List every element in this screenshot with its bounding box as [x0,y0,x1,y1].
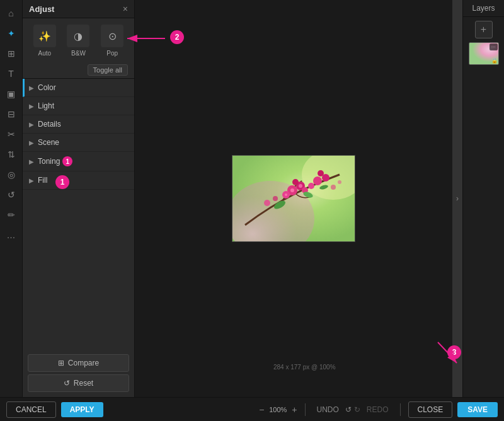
more-icon[interactable]: … [3,227,20,243]
zoom-in-icon[interactable]: + [292,405,297,415]
action-buttons: ⊞ Compare ↺ Reset [23,349,134,397]
toggle-all-row: Toggle all [23,62,134,79]
home-icon[interactable]: ⌂ [3,5,20,21]
svg-point-8 [290,188,294,192]
zoom-area: − 100% + [259,405,297,415]
sections-list: ▶ Color ▶ Light ▶ Details ▶ Scene ▶ Toni… [23,79,134,349]
section-details-label: Details [38,120,61,129]
chevron-light-icon: ▶ [29,103,34,110]
reset-button[interactable]: ↺ Reset [28,374,129,392]
zoom-out-icon[interactable]: − [259,405,264,415]
toggle-all-button[interactable]: Toggle all [88,64,128,76]
svg-point-10 [285,193,287,196]
zoom-value: 100% [266,406,289,413]
preset-pop-label: Pop [106,50,118,57]
save-button[interactable]: SAVE [457,402,498,417]
svg-point-6 [292,179,299,185]
section-fill[interactable]: ▶ Fill [23,171,134,190]
layers-header: Layers [463,0,504,17]
adjust-header: Adjust × [23,0,134,18]
svg-point-14 [318,170,324,176]
compare-icon: ⊞ [58,359,64,367]
reset-icon: ↺ [64,379,70,388]
history-icon[interactable]: ↺ [3,187,20,203]
circle-icon[interactable]: ◎ [3,166,20,183]
preset-auto-button[interactable]: ✨ Auto [31,25,59,57]
preset-bw-label: B&W [71,50,86,57]
separator-2 [400,403,401,416]
reset-label: Reset [74,379,93,388]
svg-point-9 [299,184,302,188]
apply-button[interactable]: APPLY [61,402,103,417]
section-color-label: Color [38,83,56,92]
adjust-close-button[interactable]: × [123,4,128,14]
preset-row: ✨ Auto ◑ B&W ⊙ Pop [23,18,134,62]
svg-point-11 [313,176,322,185]
svg-point-13 [308,183,314,189]
tutorial-badge-3: 3 [447,345,461,359]
chevron-details-icon: ▶ [29,121,34,128]
layer-menu-icon[interactable]: ··· [490,43,498,50]
image-info: 284 x 177 px @ 100% [273,364,336,371]
adjust-icon[interactable]: ⇅ [3,146,20,163]
separator-1 [305,403,306,416]
undo-button[interactable]: UNDO [313,403,343,416]
redo-button: REDO [363,403,392,416]
image-container [232,155,355,242]
preset-pop-button[interactable]: ⊙ Pop [98,25,126,57]
chevron-toning-icon: ▶ [29,158,34,165]
section-scene-label: Scene [38,138,59,147]
undo-redo-area: UNDO ↺ ↻ REDO [313,403,392,416]
layers-panel: Layers + ··· 🔒 [462,0,504,397]
left-toolbar: ⌂ ✦ ⊞ T ▣ ⊟ ✂ ⇅ ◎ ↺ ✏ … [0,0,23,397]
tutorial-badge-1: 1 [55,175,69,189]
chevron-fill-icon: ▶ [29,177,34,184]
pop-icon: ⊙ [101,25,123,47]
cancel-button[interactable]: CANCEL [6,401,56,418]
section-fill-label: Fill [38,176,47,185]
auto-icon: ✨ [33,25,56,47]
panel-toggle-button[interactable]: › [452,0,462,397]
section-scene[interactable]: ▶ Scene [23,134,134,152]
preset-auto-label: Auto [38,50,52,57]
chevron-scene-icon: ▶ [29,139,34,146]
svg-point-17 [331,185,336,190]
svg-point-16 [273,196,278,201]
layer-lock-icon: 🔒 [491,58,498,64]
chevron-color-icon: ▶ [29,84,34,91]
bottom-bar: CANCEL APPLY − 100% + UNDO ↺ ↻ REDO CLOS… [0,397,504,421]
svg-point-18 [338,180,341,184]
tutorial-badge-2: 2 [170,30,184,44]
brush-icon[interactable]: ✏ [3,207,20,223]
section-toning-label: Toning [38,157,60,166]
add-layer-button[interactable]: + [475,21,493,38]
layer-thumbnail[interactable]: ··· 🔒 [469,42,499,65]
crop-icon[interactable]: ⊞ [3,45,20,62]
svg-point-15 [264,200,270,206]
main-image [232,155,355,242]
layers-icon[interactable]: ▣ [3,86,20,102]
magic-wand-icon[interactable]: ✦ [3,25,20,42]
chevron-right-icon: › [456,194,459,203]
filter-icon[interactable]: ⊟ [3,106,20,122]
canvas-area: 284 x 177 px @ 100% [135,0,452,397]
compare-label: Compare [68,359,99,367]
bw-icon: ◑ [67,25,89,47]
scissors-icon[interactable]: ✂ [3,126,20,142]
close-button[interactable]: CLOSE [408,401,453,418]
section-light-label: Light [38,101,54,110]
section-color[interactable]: ▶ Color [23,79,134,97]
section-toning[interactable]: ▶ Toning 1 [23,152,134,171]
section-light[interactable]: ▶ Light [23,97,134,115]
adjust-title: Adjust [29,4,54,14]
text-icon[interactable]: T [3,66,20,82]
adjust-panel: Adjust × ✨ Auto ◑ B&W ⊙ Pop Toggle all ▶… [23,0,135,397]
section-details[interactable]: ▶ Details [23,115,134,134]
preset-bw-button[interactable]: ◑ B&W [64,25,92,57]
compare-button[interactable]: ⊞ Compare [28,354,129,372]
toning-badge: 1 [62,156,72,166]
